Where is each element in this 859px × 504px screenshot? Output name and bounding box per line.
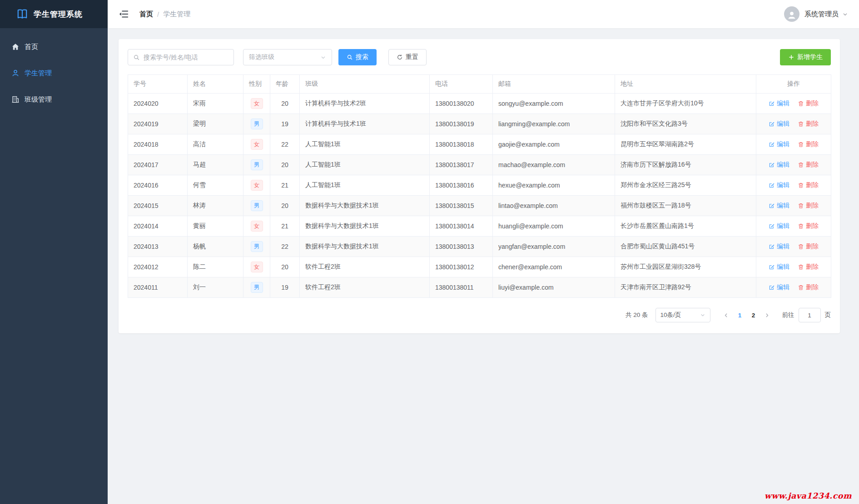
- cell-student-id: 2024011: [128, 277, 188, 298]
- delete-button[interactable]: 删除: [798, 283, 819, 292]
- gender-badge: 男: [251, 159, 263, 170]
- page-size-select[interactable]: 10条/页: [655, 308, 710, 322]
- collapse-menu-icon[interactable]: [119, 9, 129, 19]
- delete-button[interactable]: 删除: [798, 140, 819, 148]
- cell-age: 21: [270, 216, 300, 237]
- class-filter-select[interactable]: 筛选班级: [243, 49, 332, 65]
- sidebar-item-students[interactable]: 学生管理: [0, 60, 108, 86]
- delete-label: 删除: [806, 242, 819, 251]
- col-header-age: 年龄: [270, 75, 300, 94]
- delete-button[interactable]: 删除: [798, 99, 819, 108]
- cell-class: 数据科学与大数据技术1班: [300, 196, 430, 216]
- edit-label: 编辑: [777, 99, 789, 108]
- edit-icon: [769, 121, 775, 127]
- reset-button-label: 重置: [406, 53, 418, 61]
- page-size-value: 10条/页: [660, 311, 681, 319]
- cell-student-id: 2024017: [128, 155, 188, 175]
- table-row: 2024011 刘一 男 19 软件工程2班 13800138011 liuyi…: [128, 277, 831, 298]
- cell-name: 宋雨: [188, 94, 243, 114]
- cell-actions: 编辑 删除: [756, 277, 831, 298]
- delete-label: 删除: [806, 140, 819, 148]
- edit-button[interactable]: 编辑: [769, 140, 789, 148]
- edit-button[interactable]: 编辑: [769, 263, 789, 271]
- gender-badge: 男: [251, 119, 263, 129]
- delete-button[interactable]: 删除: [798, 120, 819, 128]
- cell-address: 福州市鼓楼区五一路18号: [615, 196, 756, 216]
- breadcrumb-home[interactable]: 首页: [139, 10, 153, 19]
- search-input[interactable]: [144, 54, 228, 61]
- delete-button[interactable]: 删除: [798, 161, 819, 169]
- search-button-label: 搜索: [356, 53, 368, 61]
- col-header-name: 姓名: [188, 75, 243, 94]
- cell-class: 数据科学与大数据技术1班: [300, 216, 430, 237]
- cell-actions: 编辑 删除: [756, 196, 831, 216]
- chevron-down-icon: [700, 312, 705, 318]
- table-row: 2024019 梁明 男 19 计算机科学与技术1班 13800138019 l…: [128, 114, 831, 134]
- edit-button[interactable]: 编辑: [769, 202, 789, 210]
- app-title: 学生管理系统: [34, 9, 83, 20]
- cell-address: 长沙市岳麓区麓山南路1号: [615, 216, 756, 237]
- delete-label: 删除: [806, 263, 819, 271]
- cell-student-id: 2024020: [128, 94, 188, 114]
- edit-button[interactable]: 编辑: [769, 161, 789, 169]
- cell-phone: 13800138018: [430, 134, 493, 155]
- sidebar: 学生管理系统 首页 学生管理: [0, 0, 108, 504]
- cell-email: liangming@example.com: [493, 114, 615, 134]
- table-row: 2024018 高洁 女 22 人工智能1班 13800138018 gaoji…: [128, 134, 831, 155]
- cell-name: 何雪: [188, 175, 243, 196]
- table-row: 2024016 何雪 女 21 人工智能1班 13800138016 hexue…: [128, 175, 831, 196]
- col-header-class: 班级: [300, 75, 430, 94]
- cell-class: 数据科学与大数据技术1班: [300, 237, 430, 257]
- search-button[interactable]: 搜索: [338, 49, 377, 65]
- goto-page-input[interactable]: [799, 308, 821, 322]
- gender-badge: 女: [251, 180, 263, 191]
- cell-class: 计算机科学与技术2班: [300, 94, 430, 114]
- cell-phone: 13800138013: [430, 237, 493, 257]
- reset-button[interactable]: 重置: [388, 49, 427, 65]
- page-number-2[interactable]: 2: [747, 308, 760, 322]
- table-row: 2024020 宋雨 女 20 计算机科学与技术2班 13800138020 s…: [128, 94, 831, 114]
- col-header-gender: 性别: [243, 75, 270, 94]
- delete-button[interactable]: 删除: [798, 263, 819, 271]
- delete-button[interactable]: 删除: [798, 181, 819, 189]
- edit-label: 编辑: [777, 283, 789, 292]
- edit-icon: [769, 100, 775, 107]
- edit-button[interactable]: 编辑: [769, 283, 789, 292]
- trash-icon: [798, 203, 804, 209]
- sidebar-item-home[interactable]: 首页: [0, 34, 108, 60]
- user-name: 系统管理员: [804, 10, 839, 19]
- cell-class: 软件工程2班: [300, 257, 430, 277]
- cell-actions: 编辑 删除: [756, 237, 831, 257]
- delete-button[interactable]: 删除: [798, 222, 819, 230]
- edit-icon: [769, 284, 775, 291]
- search-icon: [133, 54, 140, 61]
- edit-button[interactable]: 编辑: [769, 242, 789, 251]
- col-header-actions: 操作: [756, 75, 831, 94]
- delete-label: 删除: [806, 202, 819, 210]
- cell-email: hexue@example.com: [493, 175, 615, 196]
- add-student-button[interactable]: 新增学生: [780, 49, 831, 65]
- cell-actions: 编辑 删除: [756, 175, 831, 196]
- delete-button[interactable]: 删除: [798, 202, 819, 210]
- search-field[interactable]: [128, 49, 234, 65]
- refresh-icon: [397, 54, 403, 60]
- pagination: 共 20 条 10条/页 1 2 前往 页: [128, 308, 831, 322]
- edit-label: 编辑: [777, 120, 789, 128]
- edit-button[interactable]: 编辑: [769, 222, 789, 230]
- search-icon: [347, 54, 353, 60]
- gender-badge: 女: [251, 262, 263, 272]
- prev-page-button[interactable]: [720, 308, 733, 322]
- edit-button[interactable]: 编辑: [769, 99, 789, 108]
- cell-student-id: 2024012: [128, 257, 188, 277]
- table-row: 2024012 陈二 女 20 软件工程2班 13800138012 chene…: [128, 257, 831, 277]
- sidebar-item-classes[interactable]: 班级管理: [0, 86, 108, 113]
- edit-button[interactable]: 编辑: [769, 181, 789, 189]
- page-number-1[interactable]: 1: [733, 308, 747, 322]
- cell-name: 林涛: [188, 196, 243, 216]
- delete-button[interactable]: 删除: [798, 242, 819, 251]
- cell-email: chener@example.com: [493, 257, 615, 277]
- next-page-button[interactable]: [760, 308, 774, 322]
- edit-button[interactable]: 编辑: [769, 120, 789, 128]
- col-header-email: 邮箱: [493, 75, 615, 94]
- user-menu[interactable]: 系统管理员: [784, 6, 848, 22]
